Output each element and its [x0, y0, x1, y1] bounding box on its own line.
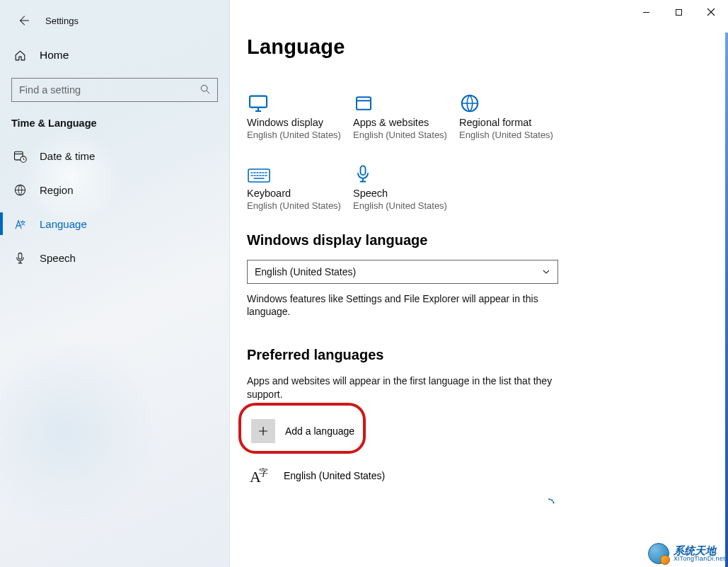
preferred-languages-heading: Preferred languages	[247, 347, 711, 363]
watermark-text: 系统天地	[674, 545, 725, 556]
chevron-down-icon	[542, 268, 550, 276]
sidebar-item-region[interactable]: Region	[0, 173, 229, 207]
loading-spinner	[543, 498, 555, 510]
select-value: English (United States)	[255, 266, 356, 277]
home-button[interactable]: Home	[0, 40, 229, 71]
main-content: Language Windows display English (United…	[230, 0, 728, 567]
watermark-logo-icon	[648, 543, 669, 564]
tile-sub: English (United States)	[353, 130, 458, 141]
tile-title: Windows display	[247, 117, 352, 128]
app-title: Settings	[45, 16, 79, 26]
svg-rect-4	[18, 253, 22, 259]
tile-keyboard[interactable]: Keyboard English (United States)	[247, 154, 352, 212]
sidebar-item-label: Date & time	[40, 150, 95, 162]
close-button[interactable]	[695, 1, 727, 23]
tile-sub: English (United States)	[247, 200, 352, 212]
sidebar-item-label: Speech	[40, 252, 76, 264]
watermark-url: XiTongTianDi.net	[674, 556, 725, 562]
tile-windows-display[interactable]: Windows display English (United States)	[247, 83, 352, 141]
scrollbar[interactable]	[725, 33, 728, 567]
title-row: Settings	[0, 8, 229, 33]
tile-regional-format[interactable]: Regional format English (United States)	[459, 83, 564, 141]
maximize-icon	[675, 8, 683, 16]
tile-sub: English (United States)	[459, 130, 564, 141]
search-icon	[200, 84, 211, 95]
microphone-icon	[353, 154, 458, 185]
svg-text:字: 字	[259, 467, 268, 478]
tile-speech[interactable]: Speech English (United States)	[353, 154, 458, 212]
language-glyph-icon: A 字	[250, 465, 271, 486]
svg-rect-7	[357, 97, 371, 110]
svg-rect-6	[250, 96, 267, 108]
display-language-help: Windows features like Settings and File …	[247, 292, 558, 319]
globe-icon	[13, 183, 27, 197]
add-language-label: Add a language	[285, 425, 354, 437]
sidebar-item-date-time[interactable]: Date & time	[0, 139, 229, 173]
tile-sub: English (United States)	[247, 130, 352, 141]
svg-rect-10	[361, 166, 366, 176]
display-language-select[interactable]: English (United States)	[247, 260, 558, 284]
sidebar-group-heading: Time & Language	[0, 108, 229, 139]
plus-icon	[251, 419, 275, 443]
sidebar-item-language[interactable]: Language	[0, 207, 229, 241]
svg-rect-5	[676, 9, 681, 15]
window-caption-buttons	[630, 1, 727, 23]
add-language-button[interactable]: Add a language	[247, 410, 367, 452]
arrow-left-icon	[17, 14, 30, 27]
microphone-icon	[13, 251, 27, 265]
preferred-languages-help: Apps and websites will appear in the fir…	[247, 374, 558, 401]
page-title: Language	[247, 35, 711, 59]
home-icon	[13, 49, 27, 62]
monitor-icon	[247, 83, 352, 114]
language-icon	[13, 217, 27, 231]
display-language-heading: Windows display language	[247, 232, 711, 248]
minimize-icon	[642, 8, 650, 16]
sidebar-item-label: Language	[40, 218, 87, 230]
keyboard-icon	[247, 154, 352, 185]
tile-sub: English (United States)	[353, 200, 458, 212]
language-tiles: Windows display English (United States) …	[247, 83, 711, 212]
tile-title: Keyboard	[247, 188, 352, 199]
app-window-icon	[353, 83, 458, 114]
tile-title: Speech	[353, 188, 458, 199]
tile-apps-websites[interactable]: Apps & websites English (United States)	[353, 83, 458, 141]
sidebar-item-speech[interactable]: Speech	[0, 241, 229, 275]
sidebar-item-label: Region	[40, 184, 74, 196]
search-input[interactable]	[11, 78, 218, 102]
sidebar: Settings Home Time & Language	[0, 0, 230, 567]
globe-icon	[459, 83, 564, 114]
calendar-clock-icon	[13, 149, 27, 163]
back-button[interactable]	[13, 10, 34, 31]
minimize-button[interactable]	[630, 1, 662, 23]
language-item[interactable]: A 字 English (United States)	[247, 459, 711, 492]
close-icon	[707, 8, 715, 16]
language-item-label: English (United States)	[284, 470, 385, 481]
maximize-button[interactable]	[662, 1, 695, 23]
tile-title: Apps & websites	[353, 117, 458, 128]
watermark: 系统天地 XiTongTianDi.net	[648, 543, 725, 564]
home-label: Home	[40, 49, 69, 62]
tile-title: Regional format	[459, 117, 564, 128]
